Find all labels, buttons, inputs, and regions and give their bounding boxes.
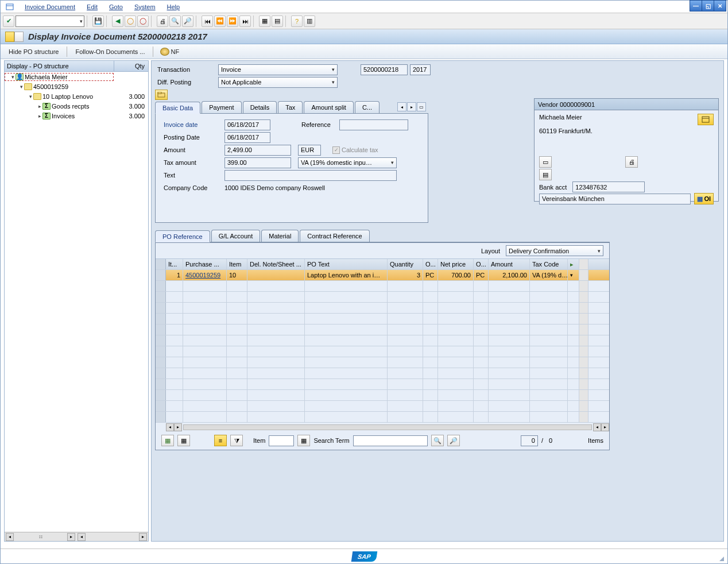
next-page-icon[interactable]: ⏩ (227, 16, 238, 27)
vendor-form-button[interactable]: ▤ (539, 169, 552, 180)
grid-header-item[interactable]: Item (227, 259, 247, 269)
amount-field[interactable] (224, 145, 291, 156)
cell-po[interactable]: 4500019259 (183, 270, 227, 280)
expander-icon[interactable]: ▾ (10, 74, 16, 80)
grid-header-purchase-[interactable]: Purchase ... (183, 259, 227, 269)
exit-icon[interactable]: ◯ (125, 16, 136, 27)
grid-header-quantity[interactable]: Quantity (388, 259, 423, 269)
row-selector[interactable] (156, 325, 166, 335)
cell-del[interactable] (247, 270, 305, 280)
tax-amount-field[interactable] (224, 157, 291, 168)
find-button[interactable]: 🔍 (431, 435, 444, 446)
tab-payment[interactable]: Payment (202, 101, 241, 113)
last-page-icon[interactable]: ⏭ (239, 16, 251, 27)
window-close-button[interactable]: ✕ (714, 0, 726, 11)
row-selector[interactable] (156, 335, 166, 346)
transaction-dropdown[interactable]: Invoice (218, 64, 338, 75)
find-next-button[interactable]: 🔎 (447, 435, 460, 446)
tab-next-icon[interactable]: ▸ (407, 102, 416, 111)
text-field[interactable] (224, 170, 397, 181)
table-row[interactable] (156, 303, 609, 314)
grid-selectall-button[interactable]: ▦ (161, 435, 174, 446)
expander-icon[interactable]: ▸ (37, 113, 42, 119)
cell-price[interactable]: 700.00 (438, 270, 474, 280)
row-selector[interactable] (156, 281, 166, 291)
table-row[interactable] (156, 346, 609, 357)
scroll-left-icon[interactable]: ◂ (6, 533, 14, 541)
vendor-print-button[interactable]: 🖨 (625, 156, 638, 168)
fiscal-year-field[interactable] (410, 64, 431, 75)
tree-row[interactable]: ▸ΣGoods recpts3.000 (5, 101, 148, 111)
item-search-button[interactable]: ▦ (297, 435, 310, 446)
tab-contract-reference[interactable]: Contract Reference (300, 230, 369, 242)
row-selector[interactable] (156, 390, 166, 400)
grid-config-icon[interactable]: ▸ (568, 259, 579, 269)
grid-sort-button[interactable]: ≡ (214, 435, 227, 446)
po-structure-tree[interactable]: ▾👤Michaela Meier▾4500019259▾10 Laptop Le… (5, 72, 148, 532)
table-row[interactable] (156, 314, 609, 325)
prev-page-icon[interactable]: ⏪ (214, 16, 226, 27)
oi-button[interactable]: ▦ OI (694, 193, 714, 204)
grid-scroll-right-icon[interactable]: ▸ (174, 423, 182, 431)
save-icon[interactable]: 💾 (92, 16, 104, 27)
enter-icon[interactable]: ✔ (3, 16, 14, 27)
cell-tax-dropdown-icon[interactable]: ▾ (568, 270, 579, 280)
grid-rowselector-header[interactable] (156, 259, 166, 269)
currency-field[interactable] (298, 145, 321, 156)
collapse-header-button[interactable] (155, 90, 168, 100)
document-number-field[interactable] (361, 64, 408, 75)
back-icon[interactable]: ◀ (112, 16, 123, 27)
tab-g-l-account[interactable]: G/L Account (211, 230, 261, 242)
tab-material[interactable]: Material (261, 230, 299, 242)
sap-menu-icon[interactable] (5, 2, 14, 11)
hide-po-structure-button[interactable]: Hide PO structure (7, 47, 60, 56)
command-field[interactable] (16, 16, 84, 27)
grid-scroll-left2-icon[interactable]: ◂ (593, 423, 601, 431)
menu-goto[interactable]: Goto (103, 2, 129, 11)
grid-scroll-left-icon[interactable]: ◂ (166, 423, 174, 431)
nf-button[interactable]: NF (160, 48, 179, 56)
layout-dropdown[interactable]: Delivery Confirmation (506, 245, 603, 256)
cell-ou2[interactable]: PC (474, 270, 489, 280)
bank-acct-field[interactable] (572, 181, 645, 192)
shortcut-icon[interactable]: ▤ (272, 16, 283, 27)
row-selector[interactable] (156, 303, 166, 313)
find-next-icon[interactable]: 🔎 (182, 16, 193, 27)
grid-header-it-[interactable]: It... (166, 259, 183, 269)
table-row[interactable] (156, 412, 609, 423)
menu-edit[interactable]: Edit (81, 2, 103, 11)
vendor-address-button[interactable]: ▭ (539, 156, 552, 168)
find-icon[interactable]: 🔍 (169, 16, 181, 27)
table-row[interactable] (156, 335, 609, 346)
grid-header-o-[interactable]: O... (474, 259, 489, 269)
grid-header-po-text[interactable]: PO Text (305, 259, 388, 269)
print-icon[interactable]: 🖨 (157, 16, 168, 27)
cell-it[interactable]: 1 (166, 270, 183, 280)
grid-body[interactable]: 1450001925910Laptop Lenovo with an i…3PC… (156, 270, 609, 423)
title-chip-icon[interactable] (5, 32, 24, 42)
diff-posting-dropdown[interactable]: Not Applicable (218, 77, 338, 88)
grid-scroll-right2-icon[interactable]: ▸ (601, 423, 609, 431)
cell-tax[interactable]: VA (19% d… (530, 270, 568, 280)
item-number-input[interactable] (269, 435, 294, 446)
layout-icon[interactable]: ▥ (304, 16, 315, 27)
window-restore-button[interactable]: ◱ (702, 0, 714, 11)
help-icon[interactable]: ? (291, 16, 303, 27)
scroll-left-icon[interactable]: ◂ (78, 533, 86, 541)
table-row[interactable] (156, 357, 609, 368)
new-session-icon[interactable]: ▦ (259, 16, 270, 27)
table-row[interactable] (156, 379, 609, 390)
window-minimize-button[interactable]: — (690, 0, 702, 11)
resize-grip-icon[interactable] (719, 557, 724, 561)
menu-help[interactable]: Help (161, 2, 186, 11)
tab-po-reference[interactable]: PO Reference (155, 230, 210, 242)
row-selector[interactable] (156, 292, 166, 302)
expander-icon[interactable]: ▾ (18, 84, 24, 90)
tab-tax[interactable]: Tax (278, 101, 303, 113)
row-selector[interactable] (156, 379, 166, 389)
vendor-display-button[interactable] (698, 114, 714, 125)
menu-system[interactable]: System (129, 2, 161, 11)
tab-basic-data[interactable]: Basic Data (155, 102, 200, 114)
cell-amount[interactable]: 2,100.00 (489, 270, 530, 280)
grid-deselect-button[interactable]: ▦ (177, 435, 190, 446)
